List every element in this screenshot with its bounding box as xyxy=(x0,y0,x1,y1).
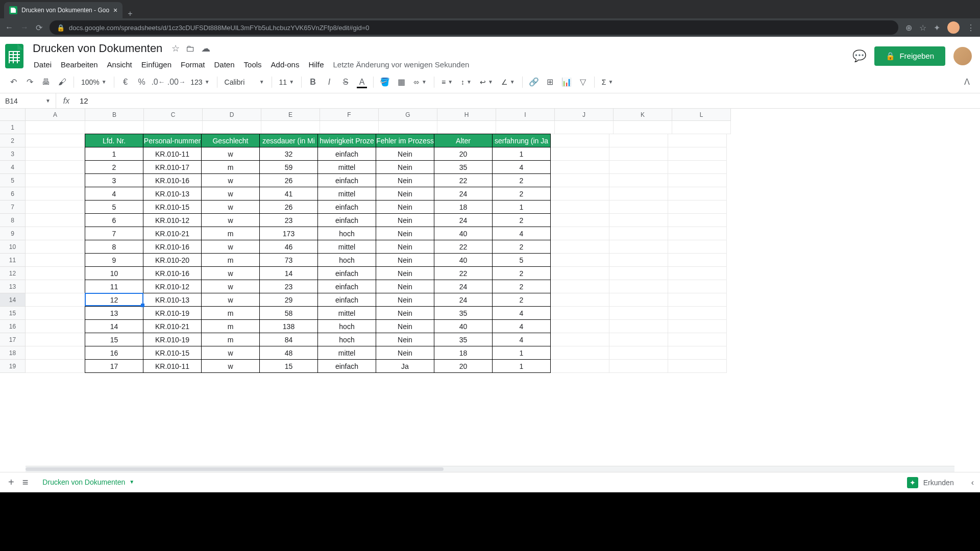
cell[interactable] xyxy=(609,346,668,360)
collapse-toolbar-icon[interactable]: ᐱ xyxy=(960,75,974,89)
cell[interactable] xyxy=(26,227,85,240)
cell[interactable]: 35 xyxy=(434,306,493,320)
cell[interactable]: einfach xyxy=(317,200,376,214)
cell[interactable]: KR.010-16 xyxy=(143,173,202,187)
row-header-8[interactable]: 8 xyxy=(0,214,26,227)
cell[interactable]: Nein xyxy=(376,173,434,187)
menu-add-ons[interactable]: Add-ons xyxy=(267,58,304,71)
cell[interactable] xyxy=(609,333,668,346)
cell[interactable]: 24 xyxy=(434,293,493,307)
menu-ansicht[interactable]: Ansicht xyxy=(103,58,136,71)
menu-hilfe[interactable]: Hilfe xyxy=(304,58,328,71)
cell[interactable]: 4 xyxy=(492,333,551,346)
back-icon[interactable]: ← xyxy=(5,23,13,32)
formula-input[interactable]: 12 xyxy=(77,96,980,105)
cell[interactable]: w xyxy=(201,293,260,307)
cell[interactable]: 22 xyxy=(434,240,493,254)
cell[interactable] xyxy=(668,227,727,240)
cell[interactable] xyxy=(609,320,668,333)
cell[interactable] xyxy=(26,360,85,373)
cell[interactable] xyxy=(609,307,668,320)
text-color-button[interactable]: A xyxy=(355,75,369,89)
url-input[interactable]: 🔒 docs.google.com/spreadsheets/d/1cz3cDU… xyxy=(50,20,898,35)
cell[interactable] xyxy=(555,121,614,134)
cell[interactable]: Ja xyxy=(376,359,434,373)
cell[interactable]: hoch xyxy=(317,227,376,240)
cell[interactable]: w xyxy=(201,187,260,201)
cell[interactable]: Nein xyxy=(376,160,434,174)
cell[interactable] xyxy=(672,121,731,134)
cell[interactable]: 32 xyxy=(259,147,318,161)
cell[interactable]: 4 xyxy=(492,319,551,333)
cell[interactable] xyxy=(551,320,609,333)
cell[interactable]: 22 xyxy=(434,266,493,280)
cell[interactable]: mittel xyxy=(317,160,376,174)
text-rotation-button[interactable]: ∠▼ xyxy=(498,78,518,86)
cell[interactable]: 138 xyxy=(259,319,318,333)
horizontal-align-button[interactable]: ≡▼ xyxy=(438,78,456,86)
sheet-tab[interactable]: Drucken von Dokumenten ▼ xyxy=(34,474,142,491)
cell[interactable]: 1 xyxy=(492,359,551,373)
insert-comment-button[interactable]: ⊞ xyxy=(543,75,557,89)
horizontal-scrollbar[interactable] xyxy=(26,466,954,472)
cell[interactable]: 4 xyxy=(492,227,551,240)
cell[interactable] xyxy=(26,214,85,227)
cell[interactable] xyxy=(668,214,727,227)
row-header-19[interactable]: 19 xyxy=(0,360,26,373)
row-header-4[interactable]: 4 xyxy=(0,161,26,174)
percent-button[interactable]: % xyxy=(135,75,149,89)
col-header-L[interactable]: L xyxy=(672,109,731,121)
cell[interactable]: Alter xyxy=(434,134,493,147)
cell[interactable]: 24 xyxy=(434,213,493,227)
col-header-D[interactable]: D xyxy=(203,109,261,121)
zoom-select[interactable]: 100%▼ xyxy=(78,78,110,86)
cell[interactable]: 29 xyxy=(259,293,318,307)
cell[interactable]: 18 xyxy=(434,200,493,214)
cell[interactable]: 4 xyxy=(492,306,551,320)
cell[interactable]: Nein xyxy=(376,346,434,360)
cell[interactable] xyxy=(144,121,203,134)
cell[interactable]: KR.010-13 xyxy=(143,187,202,201)
functions-button[interactable]: Σ▼ xyxy=(599,78,617,86)
move-icon[interactable]: 🗀 xyxy=(186,43,195,54)
cell[interactable]: Nein xyxy=(376,306,434,320)
cell[interactable] xyxy=(609,161,668,174)
side-panel-toggle-icon[interactable]: ‹ xyxy=(971,478,974,487)
borders-button[interactable]: ▦ xyxy=(394,75,408,89)
cell[interactable] xyxy=(668,293,727,307)
cell[interactable] xyxy=(26,254,85,267)
menu-datei[interactable]: Datei xyxy=(30,58,56,71)
currency-button[interactable]: € xyxy=(118,75,133,89)
cell[interactable]: mittel xyxy=(317,187,376,201)
cell[interactable]: Geschlecht xyxy=(201,134,260,147)
cell[interactable]: 4 xyxy=(85,187,143,201)
cell[interactable]: einfach xyxy=(317,147,376,161)
cell[interactable]: Lfd. Nr. xyxy=(85,134,143,147)
cell[interactable]: 2 xyxy=(492,173,551,187)
cell[interactable]: w xyxy=(201,266,260,280)
cell[interactable]: 59 xyxy=(259,160,318,174)
cell[interactable]: KR.010-21 xyxy=(143,227,202,240)
cell[interactable]: Nein xyxy=(376,200,434,214)
cell[interactable]: 17 xyxy=(85,359,143,373)
cell[interactable]: 1 xyxy=(85,147,143,161)
name-box[interactable]: B14 ▼ xyxy=(0,93,56,108)
cell[interactable] xyxy=(551,214,609,227)
cell[interactable]: 8 xyxy=(85,240,143,254)
cell[interactable] xyxy=(551,201,609,214)
cell[interactable] xyxy=(551,240,609,254)
cell[interactable] xyxy=(496,121,555,134)
bold-button[interactable]: B xyxy=(306,75,320,89)
cell[interactable]: 14 xyxy=(85,319,143,333)
cell[interactable] xyxy=(26,333,85,346)
zoom-icon[interactable]: ⊕ xyxy=(905,23,912,33)
row-header-5[interactable]: 5 xyxy=(0,174,26,187)
menu-bearbeiten[interactable]: Bearbeiten xyxy=(57,58,102,71)
sheets-logo-icon[interactable] xyxy=(4,42,24,70)
cell[interactable] xyxy=(26,307,85,320)
row-header-6[interactable]: 6 xyxy=(0,187,26,201)
cell[interactable]: 41 xyxy=(259,187,318,201)
cell[interactable] xyxy=(551,307,609,320)
cell[interactable]: hoch xyxy=(317,319,376,333)
cloud-status-icon[interactable]: ☁ xyxy=(201,43,210,54)
